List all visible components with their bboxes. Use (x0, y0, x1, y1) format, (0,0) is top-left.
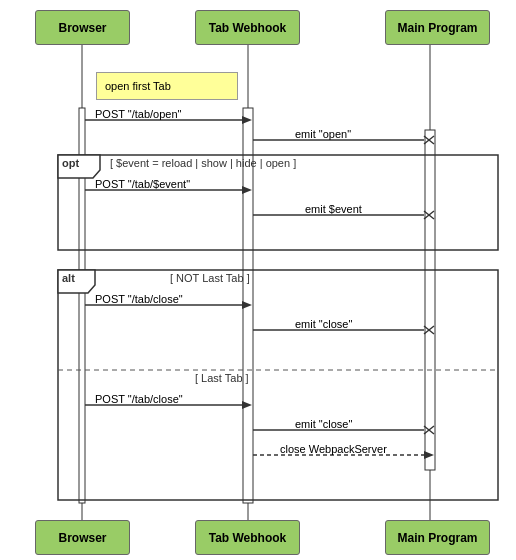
opt-fragment-guard: [ $event = reload | show | hide | open ] (110, 157, 296, 169)
alt-fragment-guard1: [ NOT Last Tab ] (170, 272, 250, 284)
msg-close-webpack: close WebpackServer (280, 443, 387, 455)
msg-emit-close2: emit "close" (295, 418, 352, 430)
msg-post-tab-close1: POST "/tab/close" (95, 293, 183, 305)
lifeline-box-browser-bottom: Browser (35, 520, 130, 555)
msg-post-tab-close2: POST "/tab/close" (95, 393, 183, 405)
lifeline-box-webhook-top: Tab Webhook (195, 10, 300, 45)
msg-emit-open: emit "open" (295, 128, 351, 140)
lifeline-box-main-top: Main Program (385, 10, 490, 45)
msg-emit-close1: emit "close" (295, 318, 352, 330)
msg-post-tab-open: POST "/tab/open" (95, 108, 182, 120)
opt-fragment-label: opt (62, 157, 79, 169)
svg-rect-4 (425, 130, 435, 470)
lifeline-box-browser-top: Browser (35, 10, 130, 45)
msg-post-tab-event: POST "/tab/$event" (95, 178, 190, 190)
note-open-first-tab: open first Tab (96, 72, 238, 100)
msg-emit-event: emit $event (305, 203, 362, 215)
alt-fragment-guard2: [ Last Tab ] (195, 372, 249, 384)
sequence-diagram: Browser Tab Webhook Main Program open fi… (0, 0, 516, 560)
lifeline-box-webhook-bottom: Tab Webhook (195, 520, 300, 555)
lifeline-box-main-bottom: Main Program (385, 520, 490, 555)
diagram-svg (0, 0, 516, 560)
alt-fragment-label: alt (62, 272, 75, 284)
